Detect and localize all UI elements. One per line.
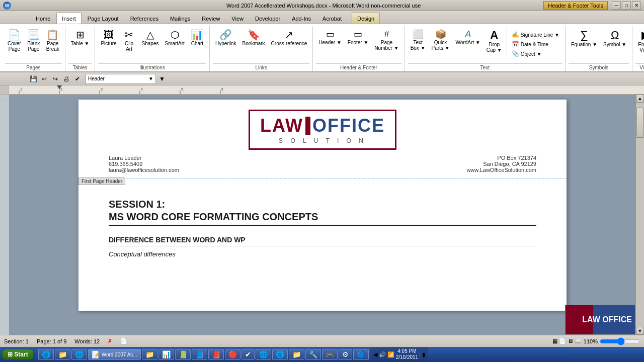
ie-icon: 🌐	[42, 350, 50, 358]
logo-separator	[305, 117, 310, 135]
system-tray: ◀ 🔊 📶 4:05 PM 2/10/2011 ▮	[370, 347, 429, 361]
session-number: SESSION 1:	[109, 199, 165, 210]
page-number-button[interactable]: # PageNumber ▼	[372, 28, 401, 52]
document-page: LAW OFFICE S O L U T I O N Laura Leader …	[78, 100, 567, 311]
taskbar-item-word[interactable]: 📝 Word 2007 Ac...	[88, 349, 141, 360]
date-time-button[interactable]: 📅 Date & Time	[509, 40, 562, 49]
scroll-thumb[interactable]	[636, 108, 643, 138]
chart-button[interactable]: 📊 Chart	[188, 28, 206, 48]
expand-button[interactable]: ▼	[157, 74, 167, 84]
taskbar-item-settings[interactable]: ⚙	[339, 349, 352, 360]
style-selector[interactable]: Header ▼	[86, 74, 156, 84]
show-desktop-button[interactable]: ▮	[420, 351, 425, 358]
window-title: Word 2007 Accellerated Workshops.docx - …	[104, 3, 543, 9]
print-button[interactable]: 🖨	[61, 74, 71, 84]
clip-art-button[interactable]: ✂ ClipArt	[120, 28, 138, 53]
cross-reference-button[interactable]: ↗ Cross-reference	[269, 28, 310, 48]
footer-icon: ▭	[354, 30, 362, 39]
table-button[interactable]: ⊞ Table ▼	[68, 28, 92, 48]
blank-page-button[interactable]: 📃 BlankPage	[25, 28, 43, 53]
dropcap-icon: A	[490, 30, 498, 41]
taskbar-item-browser2[interactable]: 🌐	[71, 349, 87, 360]
taskbar-item-ie[interactable]: 🌐	[38, 349, 54, 360]
start-button[interactable]: ⊞ Start	[2, 349, 34, 360]
close-button[interactable]: ✕	[632, 2, 641, 10]
page-header: LAW OFFICE S O L U T I O N Laura Leader …	[78, 100, 567, 178]
ruler-content: 1 2 3 4 5 6	[19, 85, 644, 94]
redo-button[interactable]: ↪	[50, 74, 60, 84]
cover-page-button[interactable]: 📄 CoverPage	[5, 28, 24, 53]
save-button[interactable]: 💾	[28, 74, 38, 84]
tab-page-layout[interactable]: Page Layout	[82, 13, 124, 24]
contact-city: San Diego, CA 92129	[466, 161, 536, 167]
taskbar-item-acrobat[interactable]: 🔴	[225, 349, 240, 360]
zoom-slider[interactable]	[600, 338, 640, 345]
taskbar-item-tool[interactable]: 🔧	[305, 349, 321, 360]
taskbar-item-browser3[interactable]: 🌐	[256, 349, 271, 360]
pages-group-label: Pages	[5, 63, 62, 71]
status-left: Section: 1 Page: 1 of 9 Words: 12 ✗ 📄	[4, 338, 127, 344]
taskbar-item-outlook[interactable]: 📘	[192, 349, 207, 360]
taskbar-item-access[interactable]: 📕	[208, 349, 224, 360]
tab-developer[interactable]: Developer	[250, 13, 286, 24]
check-button[interactable]: ✔	[72, 74, 83, 84]
tab-acrobat[interactable]: Acrobat	[317, 13, 347, 24]
embed-video-button[interactable]: ▶ EmbedVideo	[635, 28, 644, 54]
tab-design[interactable]: Design	[352, 13, 380, 24]
taskbar-item-explorer[interactable]: 📁	[55, 349, 70, 360]
text-box-button[interactable]: ⬜ TextBox ▼	[408, 28, 428, 52]
symbol-button[interactable]: Ω Symbol ▼	[601, 28, 629, 49]
taskbar-item-excel[interactable]: 📊	[158, 349, 174, 360]
header-footer-tools-label: Header & Footer Tools	[543, 1, 608, 10]
right-scrollbar[interactable]: ▲ ▼	[636, 95, 644, 335]
smartart-button[interactable]: ⬡ SmartArt	[162, 28, 187, 48]
footer-button[interactable]: ▭ Footer ▼	[345, 28, 371, 47]
scroll-down-button[interactable]: ▼	[636, 327, 644, 335]
window-controls[interactable]: ─ □ ✕	[612, 2, 641, 10]
wordart-button[interactable]: A WordArt ▼	[453, 28, 483, 47]
taskbar-item-browser4[interactable]: 🌐	[272, 349, 288, 360]
tab-mailings[interactable]: Mailings	[165, 13, 196, 24]
document-scroll-area[interactable]: LAW OFFICE S O L U T I O N Laura Leader …	[9, 95, 636, 335]
scroll-up-button[interactable]: ▲	[636, 95, 644, 103]
tab-review[interactable]: Review	[196, 13, 225, 24]
taskbar-item-game[interactable]: 🎮	[322, 349, 338, 360]
undo-button[interactable]: ↩	[39, 74, 49, 84]
header-button[interactable]: ▭ Header ▼	[316, 28, 344, 47]
tab-insert[interactable]: Insert	[56, 13, 82, 24]
windows-logo-icon: ⊞	[8, 351, 13, 358]
signature-line-button[interactable]: ✍ Signature Line ▼	[509, 30, 562, 39]
page-break-button[interactable]: 📋 PageBreak	[44, 28, 62, 53]
equation-button[interactable]: ∑ Equation ▼	[569, 28, 600, 49]
scroll-track[interactable]	[636, 103, 644, 327]
taskbar-item-blue[interactable]: 🔵	[353, 349, 369, 360]
tab-add-ins[interactable]: Add-Ins	[286, 13, 316, 24]
tool-icon: 🔧	[309, 350, 317, 358]
svg-text:6: 6	[221, 87, 223, 91]
tab-home[interactable]: Home	[30, 13, 56, 24]
tab-references[interactable]: References	[125, 13, 164, 24]
taskbar-item-onenote[interactable]: 📗	[175, 349, 191, 360]
quick-parts-button[interactable]: 📦 QuickParts ▼	[429, 28, 452, 52]
taskbar-item-folder[interactable]: 📁	[142, 349, 157, 360]
tab-view[interactable]: View	[226, 13, 249, 24]
picture-button[interactable]: 🖼 Picture	[98, 28, 119, 48]
system-clock: 4:05 PM 2/10/2011	[396, 348, 419, 360]
shapes-button[interactable]: △ Shapes	[139, 28, 162, 48]
wordart-icon: A	[465, 30, 471, 39]
taskbar-item-folder2[interactable]: 📁	[289, 349, 304, 360]
minimize-button[interactable]: ─	[612, 2, 621, 10]
status-bar: Section: 1 Page: 1 of 9 Words: 12 ✗ 📄 ▦ …	[0, 335, 644, 347]
hyperlink-button[interactable]: 🔗 Hyperlink	[213, 28, 239, 48]
dropcap-button[interactable]: A DropCap ▼	[484, 28, 505, 54]
session-title: MS WORD CORE FORMATTING CONCEPTS	[109, 211, 536, 226]
bookmark-button[interactable]: 🔖 Bookmark	[240, 28, 268, 48]
svg-text:3: 3	[101, 87, 103, 91]
outlook-icon: 📘	[195, 350, 204, 358]
tray-hide-button[interactable]: ◀	[373, 351, 377, 358]
svg-text:2: 2	[60, 87, 62, 91]
maximize-button[interactable]: □	[622, 2, 631, 10]
onenote-icon: 📗	[179, 350, 187, 358]
taskbar-item-check[interactable]: ✔	[242, 349, 255, 360]
object-button[interactable]: 📎 Object ▼	[509, 49, 562, 58]
